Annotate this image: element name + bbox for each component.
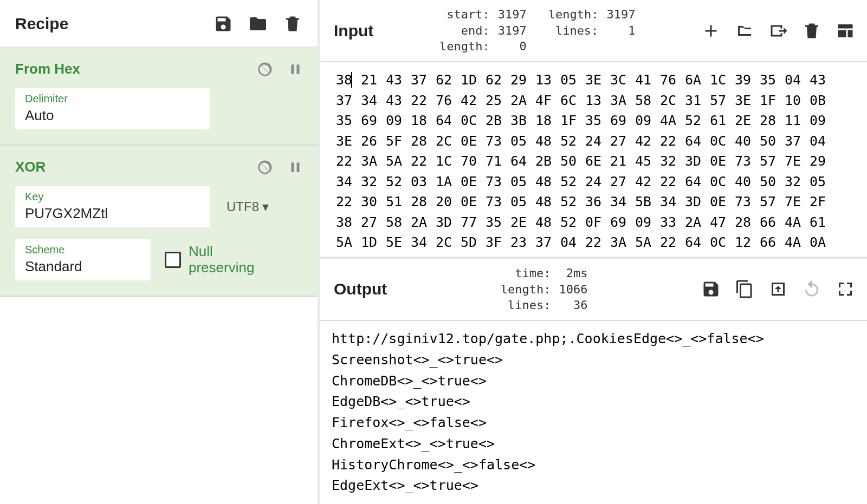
- label-line-2: preserving: [189, 260, 254, 276]
- null-preserving-checkbox[interactable]: [165, 252, 181, 268]
- hex-byte: 1A: [431, 172, 456, 192]
- hex-byte: 3A: [357, 151, 381, 172]
- delimiter-field[interactable]: Delimiter Auto: [15, 88, 210, 129]
- open-file-button[interactable]: [768, 21, 788, 41]
- hex-byte: 73: [481, 131, 506, 152]
- hex-byte: 52: [805, 253, 830, 257]
- hex-byte: 13: [531, 70, 556, 90]
- hex-byte: 73: [481, 172, 506, 192]
- op-header: From Hex: [15, 61, 303, 77]
- stat-label: length:: [501, 282, 555, 298]
- hex-byte: 77: [456, 212, 481, 233]
- hex-byte: 24: [581, 172, 606, 192]
- hex-byte: 21: [357, 70, 381, 90]
- clear-recipe-button[interactable]: [283, 14, 302, 34]
- stat-value: 2ms: [555, 265, 588, 282]
- hex-byte: 09: [631, 110, 656, 131]
- hex-byte: 27: [606, 131, 631, 152]
- output-textarea[interactable]: http://sginiv12.top/gate.php;.CookiesEdg…: [320, 321, 867, 504]
- input-textarea[interactable]: 38214337621D622913053E3C41766A1C39350443…: [320, 62, 867, 257]
- hex-byte: 0F: [581, 212, 606, 233]
- hex-byte: 05: [506, 192, 531, 212]
- hex-byte: 40: [481, 253, 506, 257]
- field-value: Auto: [25, 107, 200, 124]
- stat-value: 3197: [603, 6, 635, 23]
- hex-byte: 51: [381, 192, 406, 212]
- load-recipe-button[interactable]: [248, 14, 268, 34]
- hex-byte: 39: [730, 70, 755, 90]
- copy-output-button[interactable]: [735, 279, 754, 299]
- maximize-output-button[interactable]: [836, 279, 855, 299]
- plus-icon: [701, 21, 721, 41]
- hex-byte: 3A: [606, 90, 631, 111]
- hex-byte: 41: [631, 70, 656, 90]
- input-header: Input start:3197 end:3197 length:0 lengt…: [320, 0, 867, 62]
- hex-byte: 26: [357, 131, 381, 152]
- hex-byte: 76: [656, 70, 681, 90]
- pause-op-button[interactable]: [287, 159, 303, 175]
- clear-input-button[interactable]: [802, 21, 821, 41]
- operation-xor[interactable]: XOR Key PU7GX2MZtl UTF8 ▾: [0, 146, 318, 297]
- op-controls: [257, 61, 303, 77]
- operation-from-hex[interactable]: From Hex Delimiter Auto: [0, 48, 318, 146]
- pause-op-button[interactable]: [287, 61, 303, 77]
- hex-byte: 23: [506, 232, 531, 253]
- hex-byte: 11: [780, 110, 805, 131]
- hex-byte: 32: [656, 151, 681, 172]
- hex-byte: 04: [780, 70, 805, 90]
- fullscreen-icon: [836, 279, 855, 299]
- disable-op-button[interactable]: [257, 159, 273, 175]
- key-field[interactable]: Key PU7GX2MZtl: [15, 186, 210, 227]
- null-preserving-checkbox-row[interactable]: Null preserving: [165, 244, 254, 276]
- hex-byte: 31: [681, 90, 706, 111]
- hex-byte: 73: [730, 253, 755, 257]
- pause-icon: [287, 159, 303, 175]
- hex-byte: 34: [406, 232, 431, 253]
- hex-byte: 37: [780, 131, 805, 152]
- stat-label: end:: [445, 23, 494, 39]
- hex-byte: 37: [406, 70, 431, 90]
- trash-icon: [802, 21, 821, 41]
- hex-byte: 2C: [431, 232, 456, 253]
- chevron-down-icon: ▾: [262, 199, 269, 214]
- save-output-button[interactable]: [701, 279, 721, 299]
- reset-layout-button[interactable]: [836, 21, 855, 41]
- undo-button[interactable]: [802, 279, 821, 299]
- hex-byte: 31: [531, 253, 556, 257]
- disable-op-button[interactable]: [257, 61, 273, 77]
- hex-byte: 28: [406, 131, 431, 152]
- save-recipe-button[interactable]: [213, 14, 233, 34]
- hex-byte: 64: [681, 232, 706, 253]
- move-up-icon: [768, 279, 788, 299]
- stat-label: lines:: [554, 23, 603, 39]
- hex-byte: 18: [531, 110, 556, 131]
- hex-byte: 48: [531, 192, 556, 212]
- hex-byte: 03: [406, 172, 431, 192]
- hex-byte: 09: [631, 212, 656, 233]
- hex-byte: 30: [606, 253, 631, 257]
- hex-byte: 0C: [706, 172, 730, 192]
- hex-byte: 5A: [332, 232, 357, 253]
- recipe-actions: [213, 14, 302, 34]
- disable-icon: [257, 159, 273, 175]
- add-input-tab-button[interactable]: [701, 21, 721, 41]
- hex-row: 223A5A221C7071642B506E2145323D0E73577E29: [332, 151, 855, 172]
- hex-byte: 3E: [730, 90, 755, 111]
- hex-byte: 09: [805, 110, 830, 131]
- hex-row: 3827582A3D77352E48520F6909332A4728664A61: [332, 212, 855, 233]
- hex-byte: 08: [556, 253, 581, 257]
- hex-byte: 37: [531, 232, 556, 253]
- hex-byte: 52: [381, 172, 406, 192]
- scheme-field[interactable]: Scheme Standard: [15, 239, 151, 280]
- app-root: Recipe From Hex: [0, 0, 867, 504]
- hex-byte: 2C: [681, 253, 706, 257]
- replace-input-button[interactable]: [768, 279, 788, 299]
- hex-byte: 36: [581, 192, 606, 212]
- hex-byte: 5A: [381, 151, 406, 172]
- key-encoding-dropdown[interactable]: UTF8 ▾: [227, 199, 269, 214]
- hex-byte: 42: [456, 90, 481, 111]
- hex-byte: 32: [357, 172, 381, 192]
- copy-icon: [735, 279, 754, 299]
- hex-byte: 0C: [706, 232, 730, 253]
- open-folder-button[interactable]: [735, 21, 754, 41]
